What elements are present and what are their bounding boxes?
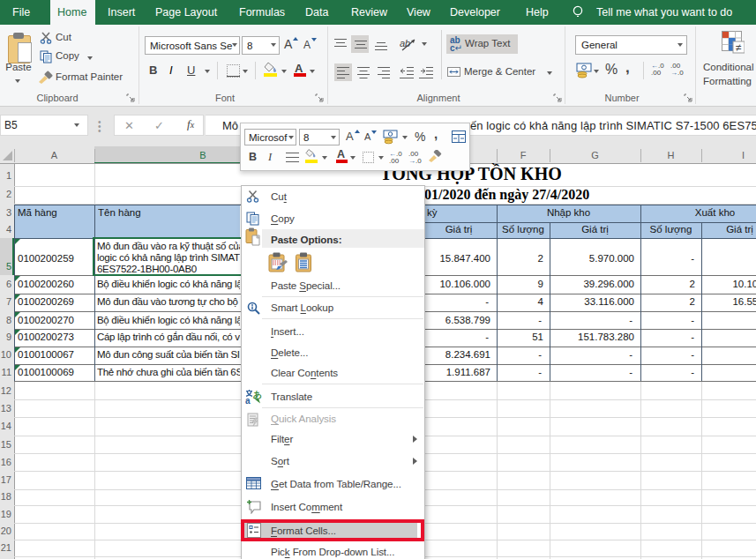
svg-text:≠: ≠ xyxy=(736,41,742,54)
svg-text:あ: あ xyxy=(253,390,262,399)
svg-text:a: a xyxy=(245,396,251,405)
svg-text:ab: ab xyxy=(400,38,410,48)
